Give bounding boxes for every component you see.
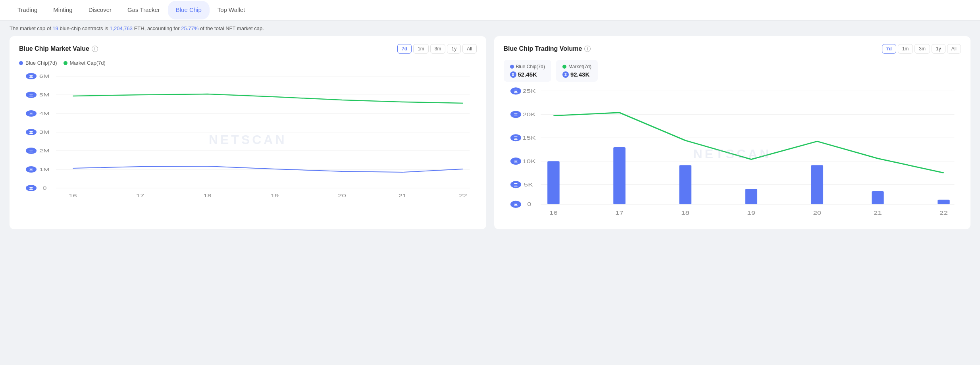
svg-text:0: 0 bbox=[42, 186, 46, 190]
stat-blue-chip-value: Ξ 52.45K bbox=[510, 71, 545, 78]
stat-blue-dot bbox=[510, 65, 514, 69]
nav-trading[interactable]: Trading bbox=[10, 1, 45, 19]
svg-text:5M: 5M bbox=[39, 92, 50, 97]
svg-text:22: 22 bbox=[459, 193, 467, 198]
stat-market: Market(7d) Ξ 92.43K bbox=[556, 60, 598, 82]
svg-rect-61 bbox=[679, 165, 691, 204]
svg-text:21: 21 bbox=[873, 210, 882, 215]
svg-text:16: 16 bbox=[69, 193, 77, 198]
left-chart-area: NETSCAN Ξ 6M Ξ 5M bbox=[19, 72, 477, 207]
svg-text:Ξ: Ξ bbox=[29, 131, 33, 134]
svg-text:Ξ: Ξ bbox=[29, 112, 33, 116]
charts-container: Blue Chip Market Value i 7d 1m 3m 1y All… bbox=[0, 36, 980, 239]
stat-blue-chip: Blue Chip(7d) Ξ 52.45K bbox=[504, 60, 551, 82]
svg-text:3M: 3M bbox=[39, 130, 50, 134]
svg-text:22: 22 bbox=[940, 210, 948, 215]
legend-green-label: Market Cap(7d) bbox=[70, 60, 106, 66]
svg-text:17: 17 bbox=[136, 193, 144, 198]
svg-text:Ξ: Ξ bbox=[29, 168, 33, 172]
svg-text:Ξ: Ξ bbox=[514, 159, 518, 164]
svg-rect-63 bbox=[811, 165, 823, 204]
left-filter-7d[interactable]: 7d bbox=[397, 44, 412, 54]
svg-text:Ξ: Ξ bbox=[29, 75, 33, 79]
left-chart-header: Blue Chip Market Value i 7d 1m 3m 1y All bbox=[19, 44, 477, 54]
right-chart-info-icon[interactable]: i bbox=[584, 46, 591, 52]
stat-green-dot bbox=[562, 65, 566, 69]
svg-text:10K: 10K bbox=[522, 159, 536, 164]
svg-text:6M: 6M bbox=[39, 74, 50, 79]
svg-rect-59 bbox=[547, 161, 560, 204]
left-chart-card: Blue Chip Market Value i 7d 1m 3m 1y All… bbox=[10, 36, 486, 229]
right-chart-stats: Blue Chip(7d) Ξ 52.45K Market(7d) Ξ 92.4… bbox=[504, 60, 961, 82]
eth-icon-blue: Ξ bbox=[510, 71, 516, 78]
right-filter-3m[interactable]: 3m bbox=[915, 44, 930, 54]
svg-rect-60 bbox=[613, 147, 626, 204]
legend-dot-green bbox=[64, 61, 67, 65]
subtitle-text-before: The market cap of bbox=[10, 25, 52, 31]
left-chart-svg: Ξ 6M Ξ 5M Ξ 4M Ξ 3M Ξ 2M Ξ bbox=[19, 72, 477, 207]
right-chart-card: Blue Chip Trading Volume i 7d 1m 3m 1y A… bbox=[494, 36, 971, 229]
right-chart-time-filters: 7d 1m 3m 1y All bbox=[882, 44, 961, 54]
eth-icon-green: Ξ bbox=[562, 71, 569, 78]
nav-blue-chip[interactable]: Blue Chip bbox=[168, 1, 210, 19]
subtitle-text-mid: blue-chip contracts is bbox=[58, 25, 110, 31]
legend-market-cap: Market Cap(7d) bbox=[64, 60, 106, 66]
legend-dot-blue bbox=[19, 61, 23, 65]
left-filter-1y[interactable]: 1y bbox=[447, 44, 461, 54]
left-filter-all[interactable]: All bbox=[462, 44, 476, 54]
right-filter-1m[interactable]: 1m bbox=[898, 44, 913, 54]
svg-rect-64 bbox=[872, 191, 884, 204]
subtitle-count: 19 bbox=[52, 25, 58, 31]
subtitle-percent: 25.77% bbox=[181, 25, 198, 31]
svg-text:Ξ: Ξ bbox=[29, 186, 33, 190]
svg-text:19: 19 bbox=[747, 210, 755, 215]
svg-text:Ξ: Ξ bbox=[514, 202, 518, 207]
svg-text:25K: 25K bbox=[522, 88, 536, 94]
svg-text:20K: 20K bbox=[522, 112, 536, 117]
nav-gas-tracker[interactable]: Gas Tracker bbox=[119, 1, 168, 19]
svg-text:17: 17 bbox=[615, 210, 624, 215]
svg-text:18: 18 bbox=[203, 193, 212, 198]
nav-bar: Trading Minting Discover Gas Tracker Blu… bbox=[0, 0, 980, 21]
svg-text:16: 16 bbox=[549, 210, 558, 215]
legend-blue-chip: Blue Chip(7d) bbox=[19, 60, 57, 66]
left-filter-1m[interactable]: 1m bbox=[413, 44, 429, 54]
svg-text:15K: 15K bbox=[522, 135, 536, 140]
legend-blue-label: Blue Chip(7d) bbox=[25, 60, 57, 66]
left-chart-legend: Blue Chip(7d) Market Cap(7d) bbox=[19, 60, 477, 66]
left-chart-time-filters: 7d 1m 3m 1y All bbox=[397, 44, 476, 54]
svg-text:Ξ: Ξ bbox=[29, 93, 33, 97]
right-filter-1y[interactable]: 1y bbox=[932, 44, 945, 54]
stat-market-label: Market(7d) bbox=[562, 64, 591, 69]
svg-text:Ξ: Ξ bbox=[514, 182, 518, 187]
stat-market-value: Ξ 92.43K bbox=[562, 71, 591, 78]
right-filter-all[interactable]: All bbox=[947, 44, 961, 54]
left-filter-3m[interactable]: 3m bbox=[430, 44, 446, 54]
right-chart-svg: Ξ 25K Ξ 20K Ξ 15K Ξ 10K Ξ 5K Ξ bbox=[504, 86, 961, 221]
nav-top-wallet[interactable]: Top Wallet bbox=[210, 1, 253, 19]
subtitle-text-eth: ETH, accounting for bbox=[133, 25, 181, 31]
left-chart-info-icon[interactable]: i bbox=[92, 46, 98, 52]
svg-text:Ξ: Ξ bbox=[514, 89, 518, 94]
right-filter-7d[interactable]: 7d bbox=[882, 44, 896, 54]
subtitle-bar: The market cap of 19 blue-chip contracts… bbox=[0, 21, 980, 36]
svg-text:19: 19 bbox=[271, 193, 279, 198]
svg-text:18: 18 bbox=[681, 210, 689, 215]
svg-text:20: 20 bbox=[813, 210, 821, 215]
svg-rect-65 bbox=[938, 200, 950, 204]
svg-text:Ξ: Ξ bbox=[514, 112, 518, 117]
svg-rect-62 bbox=[745, 189, 757, 204]
nav-discover[interactable]: Discover bbox=[81, 1, 119, 19]
subtitle-text-end: of the total NFT market cap. bbox=[198, 25, 264, 31]
right-chart-area: NETSCAN Ξ 25K Ξ 20K Ξ bbox=[504, 86, 961, 221]
svg-text:20: 20 bbox=[338, 193, 346, 198]
nav-minting[interactable]: Minting bbox=[45, 1, 80, 19]
right-chart-header: Blue Chip Trading Volume i 7d 1m 3m 1y A… bbox=[504, 44, 961, 54]
left-chart-title: Blue Chip Market Value i bbox=[19, 45, 98, 52]
svg-text:Ξ: Ξ bbox=[29, 149, 33, 153]
stat-blue-chip-label: Blue Chip(7d) bbox=[510, 64, 545, 69]
svg-text:1M: 1M bbox=[39, 167, 50, 172]
svg-text:Ξ: Ξ bbox=[514, 136, 518, 140]
svg-text:5K: 5K bbox=[524, 182, 533, 187]
svg-text:2M: 2M bbox=[39, 148, 50, 153]
